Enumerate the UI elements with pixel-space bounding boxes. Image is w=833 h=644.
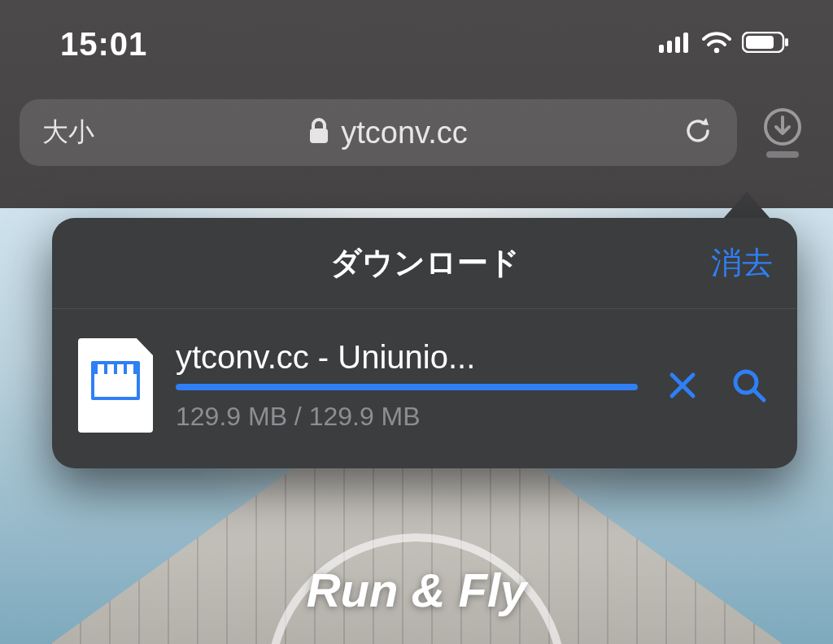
battery-icon — [742, 32, 789, 56]
downloads-button[interactable] — [757, 107, 809, 158]
download-progress — [176, 384, 638, 390]
svg-rect-2 — [675, 37, 680, 53]
cellular-icon — [659, 32, 691, 56]
popover-header: ダウンロード 消去 — [52, 218, 797, 309]
popover-title: ダウンロード — [330, 242, 520, 284]
download-item[interactable]: ytconv.cc - Uniunio... 129.9 MB / 129.9 … — [52, 309, 797, 468]
download-filename: ytconv.cc - Uniunio... — [176, 339, 638, 376]
svg-rect-10 — [766, 151, 799, 158]
browser-chrome: 15:01 大小 ytconv.cc — [0, 0, 833, 208]
lock-icon — [308, 117, 329, 148]
wifi-icon — [701, 31, 732, 57]
download-arrow-icon — [763, 107, 802, 146]
close-icon — [665, 368, 700, 402]
cancel-download-button[interactable] — [661, 363, 704, 407]
svg-rect-3 — [683, 33, 688, 53]
svg-rect-6 — [746, 36, 774, 49]
svg-rect-8 — [310, 128, 328, 143]
search-icon — [731, 368, 767, 403]
svg-rect-1 — [667, 41, 672, 53]
svg-rect-0 — [659, 45, 664, 53]
status-indicators — [659, 31, 789, 57]
video-file-icon — [78, 338, 153, 433]
address-bar[interactable]: 大小 ytconv.cc — [20, 99, 737, 166]
status-time: 15:01 — [60, 26, 147, 63]
url-text: ytconv.cc — [341, 115, 468, 150]
status-bar: 15:01 — [0, 0, 833, 88]
download-size: 129.9 MB / 129.9 MB — [176, 402, 638, 432]
download-progress-fill — [176, 384, 638, 390]
download-item-main: ytconv.cc - Uniunio... 129.9 MB / 129.9 … — [176, 339, 638, 432]
svg-rect-7 — [785, 38, 788, 46]
downloads-underline-icon — [766, 151, 799, 158]
downloads-popover: ダウンロード 消去 ytconv.cc - Uniunio... 129.9 M… — [52, 218, 797, 468]
reload-icon[interactable] — [682, 115, 714, 150]
svg-point-4 — [714, 48, 719, 53]
url-bar-row: 大小 ytconv.cc — [0, 88, 833, 177]
text-size-button[interactable]: 大小 — [42, 115, 94, 150]
clear-button[interactable]: 消去 — [711, 218, 773, 308]
reveal-download-button[interactable] — [727, 363, 771, 407]
background-title: Run & Fly — [0, 563, 833, 617]
